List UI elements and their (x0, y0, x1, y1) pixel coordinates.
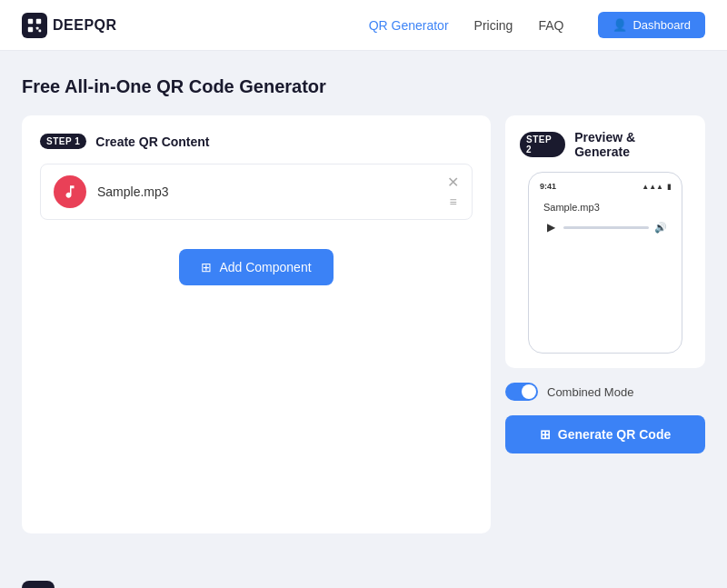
component-name: Sample.mp3 (97, 184, 436, 199)
nav-links: QR Generator Pricing FAQ 👤 Dashboard (369, 12, 705, 38)
progress-bar (563, 226, 649, 229)
signal-icons: ▲▲▲ ▮ (642, 183, 671, 191)
add-component-icon: ⊞ (201, 260, 212, 274)
preview-card: STEP 2 Preview & Generate 9:41 ▲▲▲ ▮ Sam… (505, 115, 705, 368)
combined-mode-label: Combined Mode (547, 385, 633, 399)
page: Free All-in-One QR Code Generator STEP 1… (0, 51, 727, 555)
step1-badge: STEP 1 (40, 134, 86, 149)
step2-badge: STEP 2 (520, 132, 565, 157)
phone-file-name: Sample.mp3 (543, 202, 667, 213)
navbar: DEEPQR QR Generator Pricing FAQ 👤 Dashbo… (0, 0, 727, 51)
add-component-button[interactable]: ⊞ Add Component (179, 249, 333, 285)
nav-qr-generator[interactable]: QR Generator (369, 18, 449, 33)
combined-mode-row: Combined Mode (505, 379, 705, 404)
music-icon (54, 175, 86, 208)
nav-faq[interactable]: FAQ (538, 18, 563, 33)
svg-rect-1 (36, 18, 41, 23)
person-icon: 👤 (612, 18, 627, 32)
logo-area: DEEPQR (22, 13, 369, 38)
svg-rect-4 (39, 29, 42, 32)
menu-button[interactable]: ≡ (449, 195, 456, 208)
logo-text: DEEPQR (53, 17, 117, 34)
right-panel: STEP 2 Preview & Generate 9:41 ▲▲▲ ▮ Sam… (505, 115, 705, 533)
svg-rect-2 (28, 26, 33, 31)
component-card: Sample.mp3 ✕ ≡ (40, 164, 473, 220)
step1-header: STEP 1 Create QR Content (40, 134, 473, 149)
svg-rect-3 (36, 26, 39, 29)
dashboard-button[interactable]: 👤 Dashboard (598, 12, 705, 38)
svg-rect-0 (28, 18, 33, 23)
footer-logo-icon (22, 581, 55, 588)
qr-icon: ⊞ (540, 427, 551, 442)
main-grid: STEP 1 Create QR Content Sample.mp3 ✕ ≡ … (22, 115, 705, 533)
step1-label: Create QR Content (95, 135, 209, 149)
left-panel: STEP 1 Create QR Content Sample.mp3 ✕ ≡ … (22, 115, 491, 533)
volume-icon: 🔊 (654, 222, 667, 234)
combined-mode-toggle[interactable] (505, 383, 538, 401)
footer: DEEPQR (0, 555, 727, 588)
page-title: Free All-in-One QR Code Generator (22, 76, 705, 97)
phone-status-bar: 9:41 ▲▲▲ ▮ (536, 182, 674, 196)
wifi-icon: ▲▲▲ (642, 183, 663, 191)
card-actions: ✕ ≡ (447, 175, 459, 208)
battery-icon: ▮ (667, 183, 671, 191)
phone-content: Sample.mp3 ▶ 🔊 (536, 196, 674, 240)
phone-mockup: 9:41 ▲▲▲ ▮ Sample.mp3 ▶ 🔊 (528, 172, 682, 354)
step2-header: STEP 2 Preview & Generate (520, 130, 691, 159)
audio-player: ▶ 🔊 (543, 220, 667, 234)
logo-icon (22, 13, 47, 38)
play-button[interactable]: ▶ (543, 220, 558, 234)
close-button[interactable]: ✕ (447, 175, 459, 190)
phone-time: 9:41 (540, 182, 556, 191)
nav-pricing[interactable]: Pricing (474, 18, 513, 33)
step2-label: Preview & Generate (574, 130, 691, 159)
generate-qr-button[interactable]: ⊞ Generate QR Code (505, 415, 705, 453)
